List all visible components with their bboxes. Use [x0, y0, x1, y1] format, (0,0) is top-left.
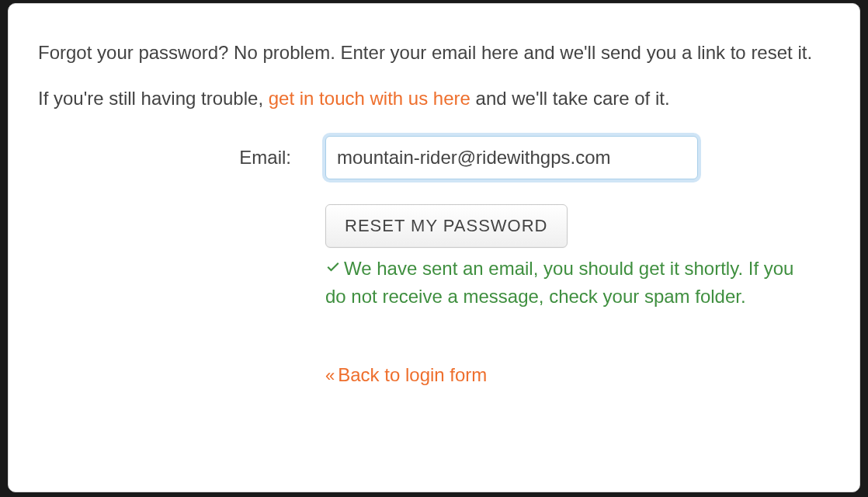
email-row: Email:: [38, 136, 830, 179]
success-message-text: We have sent an email, you should get it…: [325, 258, 793, 307]
contact-link[interactable]: get in touch with us here: [269, 88, 470, 109]
email-input-wrap: [325, 136, 698, 179]
intro-text-2: If you're still having trouble, get in t…: [38, 85, 830, 113]
intro-text-1: Forgot your password? No problem. Enter …: [38, 40, 830, 67]
reset-password-button[interactable]: RESET MY PASSWORD: [325, 204, 568, 248]
email-label: Email:: [38, 147, 325, 169]
forgot-password-card: Forgot your password? No problem. Enter …: [8, 3, 860, 492]
check-icon: [325, 255, 341, 282]
action-column: RESET MY PASSWORD We have sent an email,…: [325, 204, 830, 387]
success-message: We have sent an email, you should get it…: [325, 255, 814, 311]
intro-text-2-pre: If you're still having trouble,: [38, 88, 269, 109]
chevron-left-icon: «: [325, 366, 333, 385]
back-link-row: «Back to login form: [325, 364, 814, 386]
intro-text-2-post: and we'll take care of it.: [470, 88, 670, 109]
back-to-login-link[interactable]: «Back to login form: [325, 364, 487, 385]
email-field[interactable]: [325, 136, 698, 179]
back-link-label: Back to login form: [338, 364, 487, 385]
